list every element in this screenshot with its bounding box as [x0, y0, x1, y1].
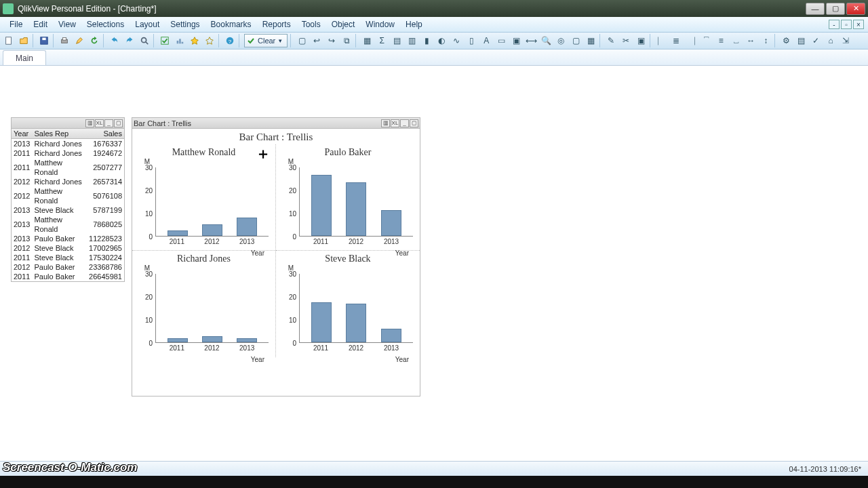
design-text-icon[interactable]: A: [479, 34, 493, 47]
chart-box[interactable]: Bar Chart : Trellis ▥ XL _ ▢ Bar Chart :…: [132, 117, 420, 396]
table-row[interactable]: 2011Richard Jones1924672: [12, 148, 124, 158]
menu-object[interactable]: Object: [326, 18, 361, 31]
design-group-icon[interactable]: ▣: [634, 34, 648, 47]
doc-props-icon[interactable]: ⚙: [779, 34, 793, 47]
bar[interactable]: [167, 230, 188, 236]
table-detach-icon[interactable]: XL: [95, 119, 104, 127]
table-row[interactable]: 2011Paulo Baker26645981: [12, 272, 124, 281]
chart-detach-icon[interactable]: XL: [391, 119, 399, 127]
bar[interactable]: [167, 338, 188, 342]
search-icon[interactable]: [138, 34, 151, 47]
menu-tools[interactable]: Tools: [296, 18, 326, 31]
table-row[interactable]: 2013Richard Jones1676337: [12, 139, 124, 149]
align-left-icon[interactable]: ⎸: [654, 34, 668, 47]
maximize-button[interactable]: ▢: [826, 3, 845, 15]
bookmark-add-icon[interactable]: [188, 34, 201, 47]
reload-icon[interactable]: [87, 34, 101, 47]
edit-icon[interactable]: [73, 34, 86, 47]
design-gauge-icon[interactable]: ◐: [435, 34, 448, 47]
menu-layout[interactable]: Layout: [130, 18, 165, 31]
design-calendar-icon[interactable]: ▦: [584, 34, 597, 47]
design-line-icon[interactable]: ∿: [450, 34, 463, 47]
mdi-minimize-button[interactable]: -: [829, 20, 840, 29]
bar[interactable]: [202, 224, 222, 236]
design-bring-front-icon[interactable]: ↪: [325, 34, 338, 47]
user-prefs-icon[interactable]: ✓: [809, 34, 823, 47]
menu-file[interactable]: File: [4, 18, 28, 31]
design-new-sheet-icon[interactable]: ▢: [295, 34, 309, 47]
chart-min-icon[interactable]: _: [400, 119, 409, 127]
align-middle-icon[interactable]: ≡: [714, 34, 728, 47]
open-icon[interactable]: [17, 34, 31, 47]
table-min-icon[interactable]: _: [104, 119, 113, 127]
menu-reports[interactable]: Reports: [257, 18, 296, 31]
clear-button[interactable]: Clear ▼: [244, 34, 288, 47]
menu-selections[interactable]: Selections: [81, 18, 130, 31]
table-row[interactable]: 2012Richard Jones2657314: [12, 177, 124, 186]
table-box[interactable]: ▥ XL _ ▢ Year Sales Rep Sales 2013Richar…: [11, 117, 125, 282]
bar[interactable]: [311, 175, 332, 236]
design-send-back-icon[interactable]: ↩: [310, 34, 323, 47]
design-copy-icon[interactable]: ⧉: [340, 34, 353, 47]
save-icon[interactable]: [37, 34, 51, 47]
bar[interactable]: [381, 329, 401, 342]
mdi-close-button[interactable]: ×: [853, 20, 864, 29]
export-icon[interactable]: ⇲: [839, 34, 852, 47]
selections-icon[interactable]: [158, 34, 172, 47]
design-current-icon[interactable]: ◎: [554, 34, 568, 47]
design-format-icon[interactable]: ✂: [619, 34, 633, 47]
design-list-icon[interactable]: ▥: [405, 34, 418, 47]
design-combo-icon[interactable]: ▯: [465, 34, 478, 47]
chart-icon[interactable]: [173, 34, 186, 47]
bar[interactable]: [202, 336, 222, 342]
new-icon[interactable]: [2, 34, 16, 47]
menu-view[interactable]: View: [53, 18, 81, 31]
menu-help[interactable]: Help: [400, 18, 428, 31]
distribute-h-icon[interactable]: ↔: [744, 34, 757, 47]
bar[interactable]: [237, 218, 257, 236]
design-wand-icon[interactable]: ✎: [604, 34, 618, 47]
table-row[interactable]: 2013Steve Black5787199: [12, 205, 124, 215]
table-row[interactable]: 2013Paulo Baker11228523: [12, 234, 124, 243]
data-table[interactable]: Year Sales Rep Sales 2013Richard Jones16…: [12, 129, 124, 281]
table-row[interactable]: 2012Paulo Baker23368786: [12, 262, 124, 272]
table-row[interactable]: 2012Steve Black17002965: [12, 243, 124, 253]
redo-icon[interactable]: [123, 34, 136, 47]
menu-edit[interactable]: Edit: [28, 18, 53, 31]
table-max-icon[interactable]: ▢: [114, 119, 123, 127]
menu-settings[interactable]: Settings: [165, 18, 205, 31]
table-row[interactable]: 2012Matthew Ronald5076108: [12, 186, 124, 205]
align-bottom-icon[interactable]: ⎵: [729, 34, 743, 47]
menu-bookmarks[interactable]: Bookmarks: [205, 18, 257, 31]
bar[interactable]: [311, 302, 332, 342]
align-center-icon[interactable]: ≣: [669, 34, 683, 47]
help-icon[interactable]: ?: [223, 34, 237, 47]
align-top-icon[interactable]: ⎴: [699, 34, 713, 47]
bar[interactable]: [346, 304, 366, 342]
chart-xl-icon[interactable]: ▥: [381, 119, 390, 127]
design-bar-icon[interactable]: ▮: [420, 34, 433, 47]
table-xl-icon[interactable]: ▥: [85, 119, 94, 127]
mdi-restore-button[interactable]: ▫: [841, 20, 852, 29]
design-input-icon[interactable]: ▢: [569, 34, 583, 47]
table-header[interactable]: ▥ XL _ ▢: [12, 118, 124, 129]
bookmark-remove-icon[interactable]: [203, 34, 216, 47]
design-table-icon[interactable]: ▦: [360, 34, 374, 47]
bar[interactable]: [381, 210, 401, 236]
print-icon[interactable]: [58, 34, 71, 47]
design-pivot-icon[interactable]: Σ: [375, 34, 389, 47]
bar[interactable]: [346, 182, 366, 236]
minimize-button[interactable]: —: [806, 3, 825, 15]
design-search-icon[interactable]: 🔍: [539, 34, 553, 47]
webview-icon[interactable]: ⌂: [824, 34, 837, 47]
chart-max-icon[interactable]: ▢: [410, 119, 418, 127]
bar[interactable]: [237, 338, 257, 342]
col-salesrep[interactable]: Sales Rep: [32, 129, 87, 139]
design-button-icon[interactable]: ▭: [494, 34, 508, 47]
menu-window[interactable]: Window: [360, 18, 400, 31]
chart-header[interactable]: Bar Chart : Trellis ▥ XL _ ▢: [132, 118, 420, 129]
close-button[interactable]: ✕: [846, 3, 865, 15]
design-slider-icon[interactable]: ⟷: [524, 34, 538, 47]
tab-main[interactable]: Main: [3, 50, 46, 65]
design-container-icon[interactable]: ▣: [509, 34, 523, 47]
